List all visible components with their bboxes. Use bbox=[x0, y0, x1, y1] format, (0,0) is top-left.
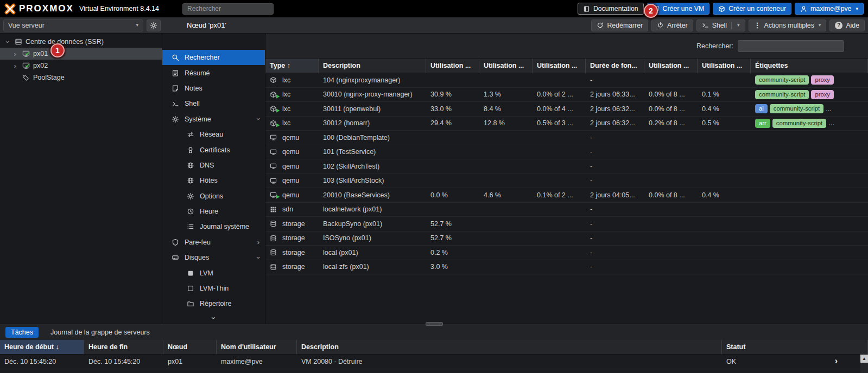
task-column-header-description[interactable]: Description bbox=[297, 340, 722, 355]
tag-badge: ai bbox=[755, 104, 768, 113]
user-menu-button[interactable]: maxime@pve ▾ bbox=[795, 3, 864, 15]
storage-icon bbox=[270, 263, 278, 271]
resource-row[interactable]: storagelocal (px01)0.2 %- bbox=[265, 246, 868, 260]
menu-item-disques[interactable]: Disques› bbox=[162, 250, 265, 265]
scroll-up-icon[interactable]: ▲ bbox=[860, 355, 868, 363]
menu-item-heure[interactable]: Heure bbox=[162, 204, 265, 219]
resource-row[interactable]: qemu100 (DebianTemplate)- bbox=[265, 131, 868, 145]
menu-item-lvm[interactable]: LVM bbox=[162, 265, 265, 280]
chevron-right-icon[interactable]: › bbox=[257, 239, 259, 246]
menu-item-resume[interactable]: Résumé bbox=[162, 65, 265, 80]
documentation-button[interactable]: Documentation bbox=[578, 3, 644, 15]
tree-item-poolstage[interactable]: PoolStage bbox=[0, 72, 162, 83]
menu-item-options[interactable]: Options bbox=[162, 189, 265, 204]
cell-value: 0.5% of 3 ... bbox=[533, 116, 586, 130]
menu-item-systeme[interactable]: Système› bbox=[162, 112, 265, 127]
menu-item-lvm-thin[interactable]: LVM-Thin bbox=[162, 281, 265, 296]
task-column-header-heure-de-debut[interactable]: Heure de début ↓ bbox=[0, 340, 84, 355]
cell-tags: arrcommunity-script... bbox=[751, 116, 868, 130]
resource-row[interactable]: lxc104 (nginxproxymanager)-community-scr… bbox=[265, 73, 868, 88]
column-header-duree-de-fon[interactable]: Durée de fon... bbox=[586, 59, 644, 73]
shutdown-button[interactable]: Arrêter bbox=[651, 20, 693, 31]
column-header-description[interactable]: Description bbox=[319, 59, 426, 73]
folder-icon bbox=[186, 300, 195, 307]
panel-splitter-handle[interactable] bbox=[426, 322, 443, 326]
column-header-utilisation[interactable]: Utilisation ... bbox=[698, 59, 751, 73]
cell-description: local-zfs (px01) bbox=[319, 260, 426, 274]
cell-value: 0.0% of 8 ... bbox=[644, 188, 698, 202]
global-search-input[interactable] bbox=[182, 3, 274, 15]
resource-row[interactable]: storageISOSyno (px01)52.7 %- bbox=[265, 231, 868, 246]
user-label: maxime@pve bbox=[810, 5, 851, 12]
task-table-header: Heure de début ↓Heure de finNœudNom d'ut… bbox=[0, 340, 868, 355]
resource-row[interactable]: qemu103 (SkillArchStock)- bbox=[265, 174, 868, 189]
column-header-utilisation[interactable]: Utilisation ... bbox=[644, 59, 698, 73]
cell-description: 30011 (openwebui) bbox=[319, 102, 426, 116]
resource-row[interactable]: lxc30010 (nginx-proxy-manager)30.9 %1.3 … bbox=[265, 88, 868, 102]
menu-item-certificats[interactable]: Certificats bbox=[162, 142, 265, 157]
table-search-input[interactable] bbox=[738, 40, 844, 52]
expander-icon[interactable]: › bbox=[12, 50, 18, 57]
storage-icon bbox=[270, 235, 278, 242]
tree-item-px01[interactable]: ›px01 bbox=[0, 48, 162, 60]
task-row[interactable]: Déc. 10 15:45:20Déc. 10 15:45:20px01maxi… bbox=[0, 355, 868, 369]
view-selector[interactable]: Vue serveur ▾ bbox=[3, 20, 143, 31]
top-header: PROXMOX Virtual Environment 8.4.14 Docum… bbox=[0, 0, 868, 17]
tags-overflow: ... bbox=[828, 116, 834, 130]
tab-cluster-log[interactable]: Journal de la grappe de serveurs bbox=[50, 329, 150, 336]
scrollbar[interactable]: ▲ bbox=[860, 355, 868, 373]
cell-type: lxc bbox=[265, 102, 319, 116]
resource-row[interactable]: qemu102 (SkillArchTest)- bbox=[265, 159, 868, 174]
cell-type: storage bbox=[265, 217, 319, 231]
menu-item-pare-feu[interactable]: Pare-feu› bbox=[162, 235, 265, 250]
task-column-header-nom-d-utilisateur[interactable]: Nom d'utilisateur bbox=[217, 340, 297, 355]
column-header-etiquettes[interactable]: Étiquettes bbox=[751, 59, 868, 73]
menu-item-journal-systeme[interactable]: Journal système bbox=[162, 219, 265, 234]
tag-badge: community-script bbox=[755, 90, 809, 99]
tree-settings-button[interactable] bbox=[147, 20, 161, 31]
menu-item-repertoire[interactable]: Répertoire bbox=[162, 296, 265, 311]
terminal-icon bbox=[171, 100, 180, 107]
tree-item-px02[interactable]: ›px02 bbox=[0, 60, 162, 72]
menu-item-reseau[interactable]: Réseau bbox=[162, 127, 265, 142]
column-header-utilisation[interactable]: Utilisation ... bbox=[533, 59, 586, 73]
chevron-down-icon[interactable]: › bbox=[255, 256, 262, 259]
column-header-utilisation[interactable]: Utilisation ... bbox=[479, 59, 533, 73]
tab-tasks[interactable]: Tâches bbox=[5, 327, 39, 338]
tree-item-label: PoolStage bbox=[33, 74, 65, 81]
resource-row[interactable]: qemu101 (TestService)- bbox=[265, 145, 868, 160]
resource-row[interactable]: sdnlocalnetwork (px01)- bbox=[265, 203, 868, 217]
menu-item-hotes[interactable]: Hôtes bbox=[162, 173, 265, 188]
cell-description: BackupSyno (px01) bbox=[319, 217, 426, 231]
storage-icon bbox=[270, 249, 278, 256]
tree-item-datacenter[interactable]: › Centre de données (SSR) bbox=[0, 36, 162, 48]
menu-item-notes[interactable]: Notes bbox=[162, 81, 265, 96]
help-label: Aide bbox=[846, 22, 859, 29]
bulk-actions-button[interactable]: ⋮ Actions multiples ▾ bbox=[749, 20, 827, 31]
task-column-header-heure-de-fin[interactable]: Heure de fin bbox=[84, 340, 163, 355]
menu-item-dns[interactable]: DNS bbox=[162, 158, 265, 173]
create-container-button[interactable]: Créer un conteneur bbox=[713, 3, 791, 15]
help-button[interactable]: ? Aide bbox=[829, 20, 865, 31]
resource-row[interactable]: storagelocal-zfs (px01)3.0 %- bbox=[265, 260, 868, 275]
chevron-down-icon[interactable]: ▾ bbox=[737, 23, 740, 28]
menu-item-shell[interactable]: Shell bbox=[162, 96, 265, 111]
resource-row[interactable]: lxc30011 (openwebui)33.0 %8.4 %0.0% of 4… bbox=[265, 102, 868, 117]
expander-icon[interactable]: › bbox=[12, 62, 18, 69]
resource-row[interactable]: lxc30012 (homarr)29.4 %12.8 %0.5% of 3 .… bbox=[265, 117, 868, 131]
cell-type: lxc bbox=[265, 116, 319, 130]
chevron-down-icon[interactable]: › bbox=[255, 118, 262, 120]
cell-value: - bbox=[586, 231, 644, 245]
task-column-header-n-ud[interactable]: Nœud bbox=[163, 340, 217, 355]
column-header-utilisation[interactable]: Utilisation ... bbox=[426, 59, 479, 73]
restart-button[interactable]: Redémarrer bbox=[591, 20, 648, 31]
resource-row[interactable]: qemu20010 (BaseServices)0.0 %4.6 %0.1% o… bbox=[265, 188, 868, 203]
expander-icon[interactable]: › bbox=[4, 38, 11, 45]
column-header-type[interactable]: Type ↑ bbox=[265, 59, 319, 73]
shell-button[interactable]: Shell ▾ bbox=[696, 20, 745, 31]
menu-item-rechercher[interactable]: Rechercher bbox=[162, 50, 265, 65]
scroll-down-indicator[interactable]: › bbox=[210, 314, 218, 323]
task-column-header-statut[interactable]: Statut bbox=[722, 340, 868, 355]
resource-row[interactable]: storageBackupSyno (px01)52.7 %- bbox=[265, 217, 868, 231]
annotation-badge-2: 2 bbox=[644, 4, 658, 18]
